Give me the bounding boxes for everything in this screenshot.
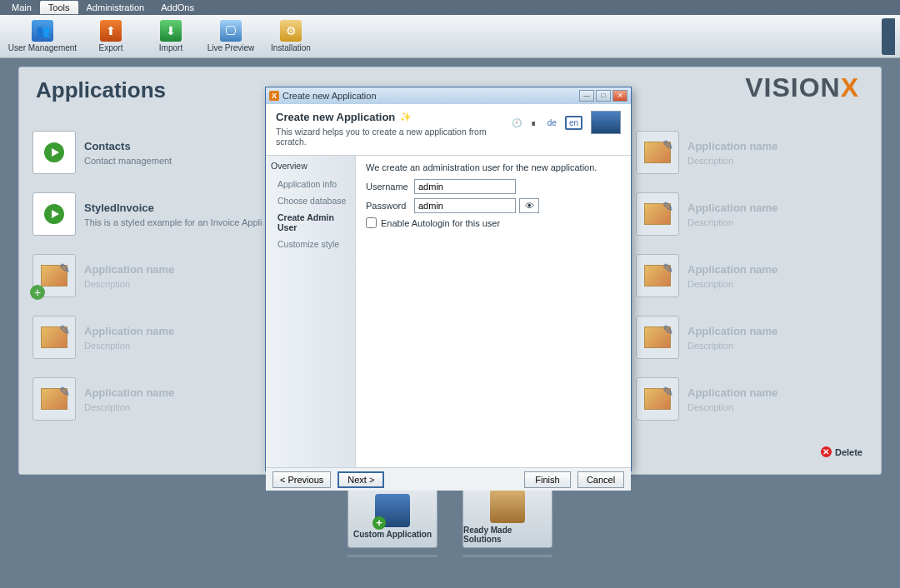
menu-administration[interactable]: Administration — [78, 1, 153, 14]
dialog-header: Create new Application✨ This wizard help… — [266, 104, 631, 156]
nav-step-create-admin-user[interactable]: Create Admin User — [271, 209, 350, 236]
camera-icon[interactable]: ∎ — [528, 117, 539, 128]
user-management-button[interactable]: 👥 User Management — [5, 16, 80, 57]
app-thumb — [32, 316, 76, 359]
toolbar-collapse[interactable] — [882, 18, 895, 55]
import-label: Import — [159, 43, 182, 52]
app-item-placeholder[interactable]: Application nameDescription — [636, 127, 882, 177]
nav-step-application-info[interactable]: Application info — [271, 176, 350, 192]
custom-application-card[interactable]: Custom Application — [348, 485, 438, 548]
app-thumb — [636, 192, 679, 236]
custom-application-icon — [375, 494, 410, 527]
dialog-window-title: Create new Application — [282, 91, 377, 101]
app-title: StyledInvoice — [84, 202, 262, 214]
card-indicator — [348, 555, 438, 557]
ready-made-label: Ready Made Solutions — [463, 526, 552, 544]
finish-button[interactable]: Finish — [524, 471, 571, 488]
app-desc: Description — [84, 279, 174, 289]
header-thumb-icon — [591, 111, 621, 134]
password-label: Password — [366, 201, 414, 211]
import-button[interactable]: ⬇ Import — [142, 16, 200, 57]
brand-logo: VISIONX — [745, 72, 859, 103]
close-button[interactable]: ✕ — [612, 90, 628, 102]
lang-en[interactable]: en — [565, 116, 582, 130]
autologin-label: Enable Autologin for this user — [381, 218, 500, 228]
menu-tools[interactable]: Tools — [40, 1, 78, 14]
live-preview-icon: 🖵 — [220, 20, 242, 42]
content-intro: We create an administration user for the… — [366, 162, 621, 172]
menu-addons[interactable]: AddOns — [152, 1, 202, 14]
autologin-checkbox[interactable] — [366, 217, 377, 228]
app-desc: This is a styled example for an Invoice … — [84, 217, 262, 227]
add-icon: + — [30, 285, 45, 300]
app-title: Application name — [84, 263, 174, 276]
menu-main[interactable]: Main — [3, 1, 40, 14]
maximize-button[interactable]: □ — [596, 90, 611, 102]
user-management-label: User Management — [8, 43, 77, 52]
dialog-subheading: This wizard helps you to create a new ap… — [276, 127, 511, 147]
live-preview-button[interactable]: 🖵 Live Preview — [202, 16, 260, 57]
wizard-content: We create an administration user for the… — [356, 156, 631, 467]
app-item-placeholder[interactable]: Application nameDescription — [32, 374, 299, 424]
previous-button[interactable]: < Previous — [272, 471, 331, 488]
nav-step-choose-database[interactable]: Choose database — [271, 192, 350, 209]
username-label: Username — [366, 182, 414, 192]
app-thumb — [636, 377, 679, 421]
clock-icon[interactable]: 🕘 — [511, 117, 522, 128]
app-thumb — [32, 131, 76, 174]
delete-label: Delete — [835, 447, 862, 457]
ready-made-icon — [490, 490, 525, 523]
wand-icon: ✨ — [400, 112, 412, 122]
app-item-placeholder[interactable]: Application nameDescription — [636, 251, 882, 301]
installation-icon: ⚙ — [280, 20, 302, 42]
nav-overview: Overview — [271, 161, 350, 171]
export-button[interactable]: ⬆ Export — [82, 16, 140, 57]
app-item-styledinvoice[interactable]: StyledInvoice This is a styled example f… — [32, 189, 299, 239]
dialog-heading: Create new Application✨ — [276, 111, 511, 123]
app-desc: Contact management — [84, 156, 172, 166]
app-thumb: + — [32, 254, 76, 297]
next-button[interactable]: Next > — [338, 471, 384, 488]
live-preview-label: Live Preview — [208, 43, 255, 52]
dialog-titlebar[interactable]: X Create new Application — □ ✕ — [266, 87, 631, 104]
delete-icon: ✕ — [821, 446, 832, 457]
toggle-password-visibility[interactable]: 👁 — [519, 198, 539, 213]
app-item-placeholder[interactable]: Application nameDescription — [636, 374, 882, 424]
export-icon: ⬆ — [100, 20, 122, 42]
delete-button[interactable]: ✕ Delete — [821, 446, 862, 457]
ready-made-solutions-card[interactable]: Ready Made Solutions — [462, 485, 552, 548]
custom-application-label: Custom Application — [353, 530, 432, 539]
installation-label: Installation — [271, 43, 311, 52]
username-input[interactable] — [414, 179, 516, 194]
wizard-nav: Overview Application info Choose databas… — [266, 156, 356, 467]
menubar: Main Tools Administration AddOns — [0, 0, 900, 15]
app-thumb — [32, 377, 76, 421]
app-thumb — [636, 316, 679, 359]
action-cards: Custom Application Ready Made Solutions — [348, 485, 552, 557]
dialog-footer: < Previous Next > Finish Cancel — [266, 467, 631, 491]
create-application-dialog: X Create new Application — □ ✕ Create ne… — [265, 87, 632, 471]
app-thumb — [636, 254, 679, 297]
app-item-contacts[interactable]: Contacts Contact management — [32, 127, 299, 177]
app-thumb — [32, 192, 76, 236]
app-logo-icon: X — [269, 91, 279, 101]
app-item-placeholder[interactable]: Application nameDescription — [32, 312, 299, 362]
app-item-placeholder[interactable]: Application nameDescription — [636, 189, 882, 239]
lang-de[interactable]: de — [544, 117, 560, 129]
password-input[interactable] — [414, 198, 516, 213]
users-icon: 👥 — [32, 20, 53, 42]
import-icon: ⬇ — [160, 20, 182, 42]
toolbar: 👥 User Management ⬆ Export ⬇ Import 🖵 Li… — [0, 15, 900, 58]
export-label: Export — [99, 43, 123, 52]
cancel-button[interactable]: Cancel — [578, 471, 624, 488]
installation-button[interactable]: ⚙ Installation — [262, 16, 320, 57]
app-item-new[interactable]: + Application name Description — [32, 251, 299, 301]
app-title: Contacts — [84, 140, 172, 152]
app-thumb — [636, 131, 679, 174]
nav-step-customize-style[interactable]: Customize style — [271, 236, 350, 252]
play-icon — [44, 204, 64, 224]
play-icon — [44, 142, 64, 162]
minimize-button[interactable]: — — [579, 90, 594, 102]
card-indicator — [462, 555, 552, 557]
app-item-placeholder[interactable]: Application nameDescription — [636, 312, 882, 362]
